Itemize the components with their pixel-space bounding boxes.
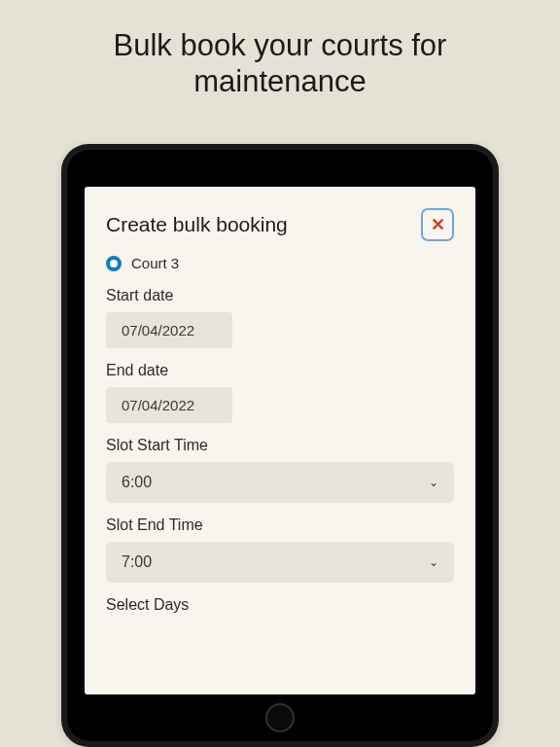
slot-start-select[interactable]: 6:00 ⌄ [106,462,454,503]
start-date-label: Start date [106,287,454,304]
promo-headline: Bulk book your courts for maintenance [0,0,560,119]
chevron-down-icon: ⌄ [429,476,438,489]
slot-end-label: Slot End Time [106,516,454,534]
start-date-input[interactable]: 07/04/2022 [106,312,232,348]
end-date-label: End date [106,362,454,379]
tablet-home-button [265,703,295,732]
slot-start-value: 6:00 [122,474,152,491]
app-screen: Create bulk booking ✕ Court 3 Start date… [85,187,475,694]
tablet-device-frame: Create bulk booking ✕ Court 3 Start date… [61,144,499,747]
radio-selected-icon [106,256,122,271]
slot-end-value: 7:00 [122,553,152,571]
close-icon: ✕ [431,216,445,233]
slot-start-label: Slot Start Time [106,437,454,454]
court-radio-row[interactable]: Court 3 [106,255,454,271]
select-days-label: Select Days [106,596,454,614]
form-title: Create bulk booking [106,213,288,236]
tablet-bezel: Create bulk booking ✕ Court 3 Start date… [67,150,493,741]
close-button[interactable]: ✕ [421,208,454,241]
court-label: Court 3 [131,255,179,271]
chevron-down-icon: ⌄ [429,555,438,569]
slot-end-select[interactable]: 7:00 ⌄ [106,542,454,583]
end-date-input[interactable]: 07/04/2022 [106,387,232,423]
